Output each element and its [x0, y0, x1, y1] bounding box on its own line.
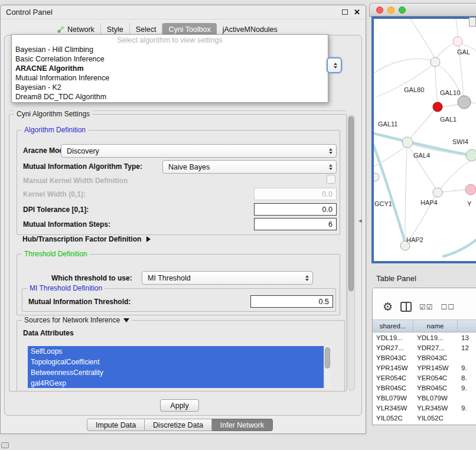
node-label: GAL [457, 48, 470, 56]
close-panel-icon[interactable]: ✕ [354, 8, 360, 16]
network-node[interactable] [402, 137, 413, 148]
collapsed-panel-icon[interactable] [1, 442, 9, 448]
select-all-checks-icon[interactable]: ☑☑ [419, 304, 433, 311]
table-row[interactable]: YPR145WYPR145W9. [373, 363, 476, 373]
tab-cyni-toolbox[interactable]: Cyni Toolbox [162, 23, 216, 35]
table-cell: YIL052C [373, 415, 413, 422]
dropdown-item-mutual-information-inference[interactable]: Mutual Information Inference [12, 73, 328, 83]
mi-threshold-definition-title: MI Threshold Definition [27, 284, 105, 292]
sources-group: Sources for Network Inference Data Attri… [17, 320, 345, 392]
dropdown-item-bayesian-hill-climbing[interactable]: Bayesian - Hill Climbing [12, 45, 328, 54]
bottom-tab-discretize-data[interactable]: Discretize Data [145, 419, 212, 431]
network-scrollbar-button[interactable] [469, 17, 476, 27]
splitter-collapse-icon[interactable]: ◂ [358, 217, 362, 224]
table-toolbar: ⚙ ☑☑ ☐☐ [373, 288, 476, 319]
attribute-item-topologicalcoefficient[interactable]: TopologicalCoefficient [28, 357, 324, 367]
network-node[interactable] [453, 37, 462, 46]
network-edge[interactable] [374, 140, 405, 240]
minimize-window-icon[interactable] [387, 6, 395, 14]
column-header-col2[interactable] [458, 320, 476, 332]
mi-steps-input[interactable] [254, 218, 337, 230]
table-row[interactable]: YER054CYER054C8. [373, 373, 476, 383]
column-header-name[interactable]: name [413, 320, 458, 332]
deselect-all-checks-icon[interactable]: ☐☐ [441, 304, 455, 311]
bottom-tab-infer-network[interactable]: Infer Network [212, 419, 273, 431]
table-row[interactable]: YIL052CYIL052C [373, 413, 476, 423]
network-edge[interactable] [410, 110, 434, 138]
data-attributes-list[interactable]: SelfLoopsTopologicalCoefficientBetweenne… [28, 346, 331, 388]
attributes-scrollbar[interactable] [324, 346, 331, 388]
network-edge[interactable] [374, 58, 431, 73]
network-node[interactable] [433, 188, 442, 197]
dpi-tolerance-label: DPI Tolerance [0,1]: [23, 206, 89, 214]
network-edge[interactable] [441, 161, 470, 188]
table-row[interactable]: YDL19...YDL19...13 [373, 332, 476, 343]
table-body: YDL19...YDL19...13YDR27...YDR27...12YBR0… [373, 332, 476, 425]
table-cell: YIL052C [413, 415, 458, 422]
network-edge[interactable] [442, 190, 465, 192]
table-row[interactable]: YLR345WYLR345W9. [373, 403, 476, 413]
aracne-mode-combobox[interactable]: Discovery [61, 144, 337, 158]
close-window-icon[interactable] [376, 6, 383, 14]
settings-scrollbar[interactable] [347, 115, 355, 391]
which-threshold-combobox[interactable]: MI Threshold [142, 271, 313, 285]
dropdown-item-aracne-algorithm[interactable]: ARACNE Algorithm [12, 64, 328, 73]
network-node[interactable] [431, 57, 440, 67]
table-cell: 9. [458, 405, 476, 412]
scrollbar-thumb[interactable] [325, 347, 330, 369]
table-row[interactable]: YBL079WYBL079W [373, 393, 476, 403]
network-edge[interactable] [435, 67, 438, 102]
node-label: GCY1 [374, 200, 392, 207]
network-canvas[interactable]: GALGAL80GAL10GAL11GAL1SWI4GAL4GCY1HAP4YH… [371, 17, 476, 263]
network-node[interactable] [374, 173, 379, 181]
column-header-shared[interactable]: shared... [373, 320, 413, 332]
dropdown-item-basic-correlation-inference[interactable]: Basic Correlation Inference [12, 54, 328, 64]
column-visibility-icon[interactable] [400, 302, 412, 312]
apply-button[interactable]: Apply [160, 399, 199, 412]
settings-group-title: Cyni Algorithm Settings [14, 110, 92, 118]
network-edge[interactable] [444, 239, 476, 256]
network-edge[interactable] [436, 43, 455, 58]
dropdown-item-bayesian-k2[interactable]: Bayesian - K2 [12, 83, 328, 92]
dropdown-item-dream8-dc-tdc-algorithm[interactable]: Dream8 DC_TDC Algorithm [12, 92, 328, 102]
mi-threshold-label: Mutual Information Threshold: [28, 298, 131, 306]
table-row[interactable]: YDR27...YDR27...12 [373, 343, 476, 353]
bottom-tab-impute-data[interactable]: Impute Data [87, 419, 145, 431]
scrollbar-thumb[interactable] [348, 116, 354, 291]
table-row[interactable]: YBR045CYBR045C9. [373, 383, 476, 393]
tab-network[interactable]: Network [51, 23, 101, 35]
tab-jactivemnodules[interactable]: jActiveMNodules [217, 23, 283, 35]
table-cell: YDL19... [413, 334, 458, 341]
algorithm-combobox-edge[interactable] [327, 57, 342, 73]
network-node[interactable] [466, 149, 476, 161]
dpi-tolerance-input[interactable] [254, 203, 337, 216]
table-cell: 13 [458, 334, 476, 341]
float-window-icon[interactable] [342, 9, 348, 15]
kernel-width-input [254, 188, 337, 200]
sources-group-title[interactable]: Sources for Network Inference [22, 316, 132, 324]
hub-tf-definition-toggle[interactable]: Hub/Transcription Factor Definition [22, 235, 151, 243]
network-edge[interactable] [405, 148, 407, 241]
mi-threshold-input[interactable] [250, 295, 333, 308]
tab-style[interactable]: Style [101, 23, 130, 35]
tab-select[interactable]: Select [130, 23, 163, 35]
node-label: GAL11 [378, 120, 397, 128]
attribute-item-selfloops[interactable]: SelfLoops [28, 346, 324, 357]
bottom-tab-bar: Impute DataDiscretize DataInfer Network [87, 419, 273, 431]
aracne-mode-value: Discovery [67, 147, 99, 155]
table-row[interactable]: YBR043CYBR043C [373, 353, 476, 363]
zoom-window-icon[interactable] [399, 6, 406, 14]
network-node[interactable] [458, 96, 471, 109]
mi-type-label: Mutual Information Algorithm Type: [23, 162, 142, 171]
network-node[interactable] [465, 184, 476, 195]
mi-type-combobox[interactable]: Naive Bayes [162, 160, 337, 174]
table-settings-gear-icon[interactable]: ⚙ [383, 301, 393, 312]
network-graph[interactable]: GALGAL80GAL10GAL11GAL1SWI4GAL4GCY1HAP4YH… [374, 19, 476, 261]
attribute-item-betweennesscentrality[interactable]: BetweennessCentrality [28, 367, 324, 378]
network-edge[interactable] [442, 105, 458, 107]
network-node[interactable] [433, 102, 442, 112]
network-edge[interactable] [456, 19, 458, 37]
attribute-item-gal4rgexp[interactable]: gal4RGexp [28, 378, 324, 388]
network-edge[interactable] [410, 19, 435, 58]
network-window-titlebar [369, 3, 476, 17]
